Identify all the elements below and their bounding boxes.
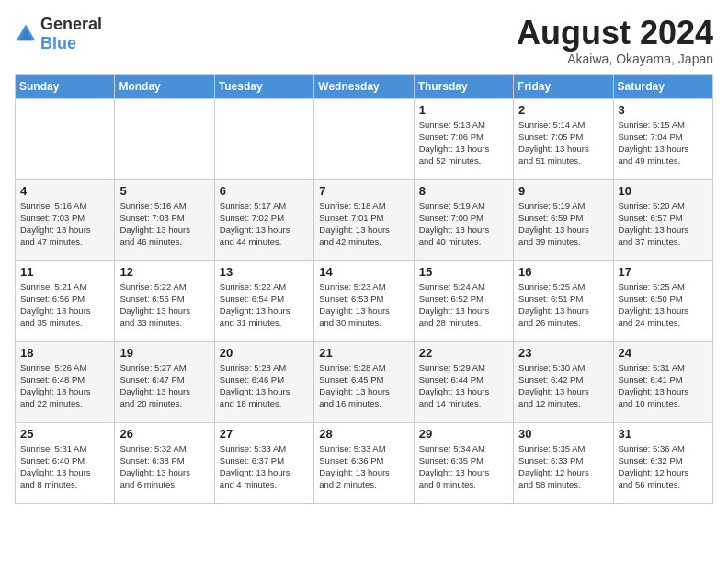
calendar-cell: 15Sunrise: 5:24 AM Sunset: 6:52 PM Dayli… [414,260,513,341]
day-info: Sunrise: 5:33 AM Sunset: 6:37 PM Dayligh… [220,442,309,491]
calendar-cell: 8Sunrise: 5:19 AM Sunset: 7:00 PM Daylig… [414,179,513,260]
calendar-cell: 23Sunrise: 5:30 AM Sunset: 6:42 PM Dayli… [514,341,613,422]
calendar-cell: 27Sunrise: 5:33 AM Sunset: 6:37 PM Dayli… [214,422,313,503]
calendar-cell: 28Sunrise: 5:33 AM Sunset: 6:36 PM Dayli… [314,422,414,503]
day-number: 11 [20,265,109,279]
day-number: 28 [319,427,408,441]
day-number: 19 [119,346,209,360]
day-info: Sunrise: 5:30 AM Sunset: 6:42 PM Dayligh… [518,362,608,410]
calendar-cell: 30Sunrise: 5:35 AM Sunset: 6:33 PM Dayli… [514,422,613,503]
calendar-cell: 10Sunrise: 5:20 AM Sunset: 6:57 PM Dayli… [613,179,712,260]
weekday-header-thursday: Thursday [414,74,513,98]
day-number: 14 [319,265,408,279]
calendar-cell: 13Sunrise: 5:22 AM Sunset: 6:54 PM Dayli… [214,260,313,341]
day-number: 31 [619,427,708,441]
day-info: Sunrise: 5:25 AM Sunset: 6:50 PM Dayligh… [619,281,708,329]
day-info: Sunrise: 5:34 AM Sunset: 6:35 PM Dayligh… [419,442,508,491]
calendar-cell: 29Sunrise: 5:34 AM Sunset: 6:35 PM Dayli… [414,422,513,503]
calendar-cell: 26Sunrise: 5:32 AM Sunset: 6:38 PM Dayli… [115,422,214,503]
day-number: 12 [119,265,209,279]
day-number: 24 [619,346,708,360]
day-number: 8 [419,184,508,198]
day-number: 16 [518,265,608,279]
day-info: Sunrise: 5:16 AM Sunset: 7:03 PM Dayligh… [119,200,209,248]
calendar-cell: 7Sunrise: 5:18 AM Sunset: 7:01 PM Daylig… [314,179,414,260]
calendar-cell: 3Sunrise: 5:15 AM Sunset: 7:04 PM Daylig… [613,98,712,179]
day-number: 22 [419,346,508,360]
day-info: Sunrise: 5:19 AM Sunset: 7:00 PM Dayligh… [419,200,508,248]
day-info: Sunrise: 5:22 AM Sunset: 6:54 PM Dayligh… [220,281,309,329]
day-number: 4 [20,184,109,198]
weekday-header-saturday: Saturday [613,74,712,98]
day-info: Sunrise: 5:16 AM Sunset: 7:03 PM Dayligh… [20,200,109,248]
calendar-cell: 5Sunrise: 5:16 AM Sunset: 7:03 PM Daylig… [115,179,214,260]
day-number: 6 [220,184,309,198]
header: General Blue August 2024 Akaiwa, Okayama… [15,15,713,66]
day-number: 29 [419,427,508,441]
weekday-header-row: SundayMondayTuesdayWednesdayThursdayFrid… [16,74,713,98]
calendar-cell: 1Sunrise: 5:13 AM Sunset: 7:06 PM Daylig… [414,98,513,179]
day-number: 25 [20,427,109,441]
week-row-4: 18Sunrise: 5:26 AM Sunset: 6:48 PM Dayli… [16,341,713,422]
calendar-cell [16,98,115,179]
week-row-5: 25Sunrise: 5:31 AM Sunset: 6:40 PM Dayli… [16,422,713,503]
calendar-cell: 17Sunrise: 5:25 AM Sunset: 6:50 PM Dayli… [613,260,712,341]
day-info: Sunrise: 5:29 AM Sunset: 6:44 PM Dayligh… [419,362,508,410]
month-year: August 2024 [517,15,713,52]
week-row-1: 1Sunrise: 5:13 AM Sunset: 7:06 PM Daylig… [16,98,713,179]
logo-text: General Blue [40,15,102,53]
day-info: Sunrise: 5:25 AM Sunset: 6:51 PM Dayligh… [518,281,608,329]
calendar-cell: 2Sunrise: 5:14 AM Sunset: 7:05 PM Daylig… [514,98,613,179]
day-number: 27 [220,427,309,441]
day-info: Sunrise: 5:17 AM Sunset: 7:02 PM Dayligh… [220,200,309,248]
day-number: 3 [619,103,708,117]
calendar-cell [115,98,214,179]
day-info: Sunrise: 5:27 AM Sunset: 6:47 PM Dayligh… [119,362,209,410]
day-info: Sunrise: 5:21 AM Sunset: 6:56 PM Dayligh… [20,281,109,329]
day-number: 7 [319,184,408,198]
calendar-cell: 6Sunrise: 5:17 AM Sunset: 7:02 PM Daylig… [214,179,313,260]
day-number: 1 [419,103,508,117]
week-row-2: 4Sunrise: 5:16 AM Sunset: 7:03 PM Daylig… [16,179,713,260]
day-info: Sunrise: 5:31 AM Sunset: 6:41 PM Dayligh… [619,362,708,410]
calendar-cell: 19Sunrise: 5:27 AM Sunset: 6:47 PM Dayli… [115,341,214,422]
day-number: 18 [20,346,109,360]
day-info: Sunrise: 5:28 AM Sunset: 6:45 PM Dayligh… [319,362,408,410]
calendar-cell: 20Sunrise: 5:28 AM Sunset: 6:46 PM Dayli… [214,341,313,422]
logo-icon [15,23,37,45]
day-info: Sunrise: 5:31 AM Sunset: 6:40 PM Dayligh… [20,442,109,491]
day-info: Sunrise: 5:13 AM Sunset: 7:06 PM Dayligh… [419,119,508,167]
logo-blue: Blue [40,34,76,52]
weekday-header-tuesday: Tuesday [214,74,313,98]
logo: General Blue [15,15,102,53]
location: Akaiwa, Okayama, Japan [517,52,713,66]
day-info: Sunrise: 5:28 AM Sunset: 6:46 PM Dayligh… [220,362,309,410]
calendar-cell: 14Sunrise: 5:23 AM Sunset: 6:53 PM Dayli… [314,260,414,341]
weekday-header-friday: Friday [514,74,613,98]
day-number: 2 [518,103,608,117]
day-number: 13 [220,265,309,279]
day-number: 20 [220,346,309,360]
calendar-table: SundayMondayTuesdayWednesdayThursdayFrid… [15,74,713,504]
day-number: 10 [619,184,708,198]
week-row-3: 11Sunrise: 5:21 AM Sunset: 6:56 PM Dayli… [16,260,713,341]
calendar-cell: 9Sunrise: 5:19 AM Sunset: 6:59 PM Daylig… [514,179,613,260]
calendar-cell: 12Sunrise: 5:22 AM Sunset: 6:55 PM Dayli… [115,260,214,341]
day-number: 26 [119,427,209,441]
day-number: 9 [518,184,608,198]
calendar-cell: 18Sunrise: 5:26 AM Sunset: 6:48 PM Dayli… [16,341,115,422]
day-info: Sunrise: 5:35 AM Sunset: 6:33 PM Dayligh… [518,442,608,491]
day-info: Sunrise: 5:14 AM Sunset: 7:05 PM Dayligh… [518,119,608,167]
day-number: 21 [319,346,408,360]
calendar-cell: 21Sunrise: 5:28 AM Sunset: 6:45 PM Dayli… [314,341,414,422]
day-info: Sunrise: 5:32 AM Sunset: 6:38 PM Dayligh… [119,442,209,491]
day-info: Sunrise: 5:15 AM Sunset: 7:04 PM Dayligh… [619,119,708,167]
day-info: Sunrise: 5:19 AM Sunset: 6:59 PM Dayligh… [518,200,608,248]
title-area: August 2024 Akaiwa, Okayama, Japan [517,15,713,66]
calendar-cell: 22Sunrise: 5:29 AM Sunset: 6:44 PM Dayli… [414,341,513,422]
day-info: Sunrise: 5:22 AM Sunset: 6:55 PM Dayligh… [119,281,209,329]
calendar-cell: 24Sunrise: 5:31 AM Sunset: 6:41 PM Dayli… [613,341,712,422]
weekday-header-monday: Monday [115,74,214,98]
day-info: Sunrise: 5:20 AM Sunset: 6:57 PM Dayligh… [619,200,708,248]
calendar-cell: 11Sunrise: 5:21 AM Sunset: 6:56 PM Dayli… [16,260,115,341]
